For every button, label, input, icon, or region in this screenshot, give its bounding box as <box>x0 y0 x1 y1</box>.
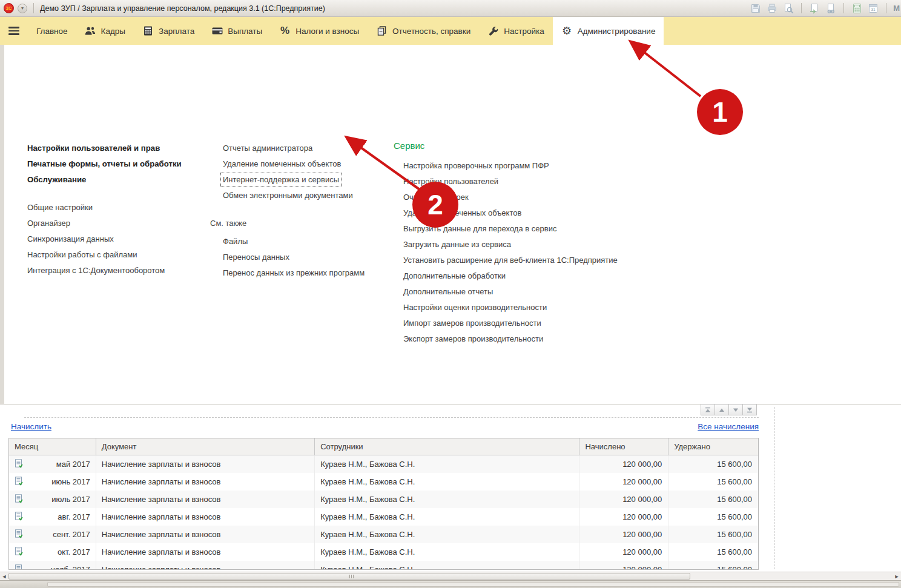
horizontal-scrollbar[interactable]: ◄ ► <box>0 572 901 580</box>
divider <box>843 3 844 13</box>
scroll-right-arrow[interactable]: ► <box>893 572 901 581</box>
cell-document: Начисление зарплаты и взносов <box>96 543 315 561</box>
menu-item[interactable]: Органайзер <box>27 216 215 231</box>
table-row[interactable]: июнь 2017 Начисление зарплаты и взносов … <box>9 473 758 491</box>
save-icon[interactable] <box>750 2 762 15</box>
menu-item[interactable]: Синхронизация данных <box>27 231 215 247</box>
cell-document: Начисление зарплаты и взносов <box>96 491 315 508</box>
go-down-button[interactable] <box>728 404 743 415</box>
cell-employees: Кураев Н.М., Бажова С.Н. <box>315 473 579 491</box>
menu-item[interactable]: Настройка проверочных программ ПФР <box>403 158 648 174</box>
table-row[interactable]: июль 2017 Начисление зарплаты и взносов … <box>9 491 758 508</box>
table-row[interactable]: май 2017 Начисление зарплаты и взносов К… <box>9 455 758 473</box>
column-header-accrued[interactable]: Начислено <box>579 438 668 455</box>
tab-glavnoe[interactable]: Главное <box>28 17 76 45</box>
go-first-button[interactable] <box>701 404 715 415</box>
service-section-header[interactable]: Сервис <box>394 139 648 153</box>
menu-item[interactable]: Настройки работы с файлами <box>27 247 215 263</box>
cell-month: окт. 2017 <box>58 547 90 557</box>
wrench-icon <box>487 26 499 36</box>
tab-otchetnost[interactable]: Отчетность, справки <box>368 17 479 45</box>
cell-accrued: 120 000,00 <box>579 543 668 561</box>
table-row[interactable]: нояб. 2017 Начисление зарплаты и взносов… <box>9 561 758 570</box>
print-preview-icon[interactable] <box>782 2 794 15</box>
tab-nalogi[interactable]: % Налоги и взносы <box>271 17 368 45</box>
cell-document: Начисление зарплаты и взносов <box>96 561 315 570</box>
scrollbar-thumb[interactable] <box>8 573 690 580</box>
menu-item[interactable]: Настройки пользователей <box>403 174 648 190</box>
go-to-link-icon[interactable] <box>808 2 820 15</box>
table-row[interactable]: сент. 2017 Начисление зарплаты и взносов… <box>9 526 758 543</box>
posted-document-icon <box>15 529 24 540</box>
menu-item[interactable]: Удаление помеченных объектов <box>403 205 648 221</box>
cell-withheld: 15 600,00 <box>668 455 758 473</box>
print-icon[interactable] <box>766 2 778 15</box>
menu-item[interactable]: Общие настройки <box>27 200 215 216</box>
menu-item[interactable]: Настройки пользователей и прав <box>27 140 215 156</box>
table-header-row: Месяц Документ Сотрудники Начислено Удер… <box>9 438 758 455</box>
calculator-icon[interactable] <box>851 2 863 15</box>
see-also-header: См. также <box>210 216 392 231</box>
tab-nastroyka[interactable]: Настройка <box>479 17 552 45</box>
menu-item[interactable]: Установить расширение для веб-клиента 1С… <box>403 253 648 268</box>
cell-withheld: 15 600,00 <box>668 561 758 570</box>
menu-item[interactable]: Файлы <box>223 234 392 249</box>
menu-item[interactable]: Обмен электронными документами <box>223 188 392 203</box>
go-last-button[interactable] <box>742 404 757 415</box>
column-header-employees[interactable]: Сотрудники <box>315 438 579 455</box>
scroll-left-arrow[interactable]: ◄ <box>0 572 8 581</box>
menu-column-service: Сервис Настройка проверочных программ ПФ… <box>394 139 648 347</box>
cell-withheld: 15 600,00 <box>668 526 758 543</box>
tab-administrirovanie[interactable]: ⚙ Администрирование <box>553 17 664 45</box>
column-header-withheld[interactable]: Удержано <box>668 438 758 455</box>
all-accruals-link[interactable]: Все начисления <box>698 422 759 431</box>
accrue-link[interactable]: Начислить <box>11 422 51 431</box>
main-menu-dropdown-button[interactable]: ▾ <box>18 4 27 13</box>
cell-accrued: 120 000,00 <box>579 491 668 508</box>
menu-item-internet-support[interactable]: Интернет-поддержка и сервисы <box>223 172 392 188</box>
reports-icon <box>376 26 388 36</box>
menu-item[interactable]: Очистка настроек <box>403 190 648 205</box>
tab-zarplata[interactable]: Зарплата <box>134 17 203 45</box>
get-link-icon[interactable] <box>825 2 837 15</box>
tab-kadry[interactable]: Кадры <box>76 17 134 45</box>
main-menu-icon[interactable] <box>0 17 28 45</box>
cell-employees: Кураев Н.М., Бажова С.Н. <box>315 455 579 473</box>
menu-item[interactable]: Настройки оценки производительности <box>403 300 648 315</box>
menu-item[interactable]: Отчеты администратора <box>223 140 392 156</box>
calendar-icon[interactable]: 31 <box>867 2 879 15</box>
column-header-document[interactable]: Документ <box>96 438 315 455</box>
tab-vyplaty[interactable]: Выплаты <box>203 17 271 45</box>
go-up-button[interactable] <box>715 404 729 415</box>
cell-month: сент. 2017 <box>53 530 90 539</box>
gear-icon: ⚙ <box>561 25 573 36</box>
posted-document-icon <box>15 494 24 505</box>
cell-employees: Кураев Н.М., Бажова С.Н. <box>315 526 579 543</box>
menu-item[interactable]: Печатные формы, отчеты и обработки <box>27 156 215 172</box>
menu-item[interactable]: Экспорт замеров производительности <box>403 331 648 347</box>
menu-item[interactable]: Перенос данных из прежних программ <box>223 265 392 281</box>
column-header-month[interactable]: Месяц <box>9 438 96 455</box>
posted-document-icon <box>15 459 24 470</box>
tab-label: Налоги и взносы <box>295 27 359 36</box>
posted-document-icon <box>15 477 24 487</box>
menu-item[interactable]: Дополнительные обработки <box>403 268 648 284</box>
table-row[interactable]: авг. 2017 Начисление зарплаты и взносов … <box>9 508 758 526</box>
menu-item[interactable]: Импорт замеров производительности <box>403 315 648 331</box>
menu-item[interactable]: Удаление помеченных объектов <box>223 156 392 172</box>
user-label[interactable]: M <box>893 4 900 13</box>
menu-item[interactable]: Дополнительные отчеты <box>403 284 648 300</box>
list-navigation-buttons <box>701 404 757 415</box>
scrollbar-grip <box>349 575 354 578</box>
menu-item[interactable]: Выгрузить данные для перехода в сервис <box>403 221 648 237</box>
cell-accrued: 120 000,00 <box>579 455 668 473</box>
menu-item[interactable]: Интеграция с 1С:Документооборотом <box>27 263 215 279</box>
table-row[interactable]: окт. 2017 Начисление зарплаты и взносов … <box>9 543 758 561</box>
menu-item[interactable]: Переносы данных <box>223 249 392 265</box>
form-boundary-dashed <box>774 407 775 569</box>
menu-item[interactable]: Обслуживание <box>27 172 215 188</box>
cell-document: Начисление зарплаты и взносов <box>96 526 315 543</box>
menu-item[interactable]: Загрузить данные из сервиса <box>403 237 648 253</box>
focused-menu-item[interactable]: Интернет-поддержка и сервисы <box>220 173 342 187</box>
1c-logo-icon: 1С <box>4 3 14 13</box>
